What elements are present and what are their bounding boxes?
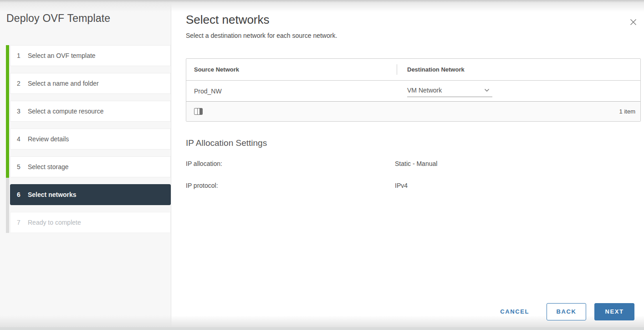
step-number: 7 (17, 219, 27, 226)
cancel-button[interactable]: CANCEL (496, 308, 534, 315)
next-button[interactable]: NEXT (594, 303, 634, 320)
ip-protocol-label: IP protocol: (186, 182, 218, 189)
step-number: 6 (17, 191, 27, 198)
step-number: 5 (17, 163, 27, 170)
step-label: Select a name and folder (28, 80, 99, 87)
selected-network-value: VM Network (407, 87, 442, 94)
step-number: 3 (17, 108, 27, 115)
step-number: 4 (17, 135, 27, 143)
step-label: Select networks (28, 191, 77, 198)
wizard-step-review-details[interactable]: 4 Review details (10, 129, 171, 150)
wizard-sidebar: Deploy OVF Template 1 Select an OVF temp… (0, 0, 171, 327)
page-title: Select networks (186, 13, 270, 27)
step-label: Select an OVF template (28, 52, 96, 59)
ip-allocation-heading: IP Allocation Settings (186, 138, 267, 148)
wizard-step-select-networks[interactable]: 6 Select networks (10, 184, 171, 205)
wizard-step-select-name-folder[interactable]: 2 Select a name and folder (10, 73, 171, 94)
table-header-row: Source Network Destination Network (186, 59, 640, 81)
step-label: Select storage (28, 163, 69, 170)
column-header-destination-network[interactable]: Destination Network (397, 66, 465, 73)
page-background-strip (0, 327, 644, 330)
source-network-cell: Prod_NW (186, 88, 397, 95)
wizard-title: Deploy OVF Template (6, 12, 110, 25)
ip-protocol-value: IPv4 (395, 182, 408, 189)
wizard-step-ready-to-complete: 7 Ready to complete (10, 212, 171, 233)
progress-rail-completed (6, 45, 9, 178)
column-header-source-network[interactable]: Source Network (186, 66, 397, 73)
wizard-button-bar: CANCEL BACK NEXT (496, 303, 634, 320)
destination-network-cell: VM Network (397, 85, 492, 97)
close-icon[interactable] (627, 16, 639, 28)
progress-rail-remaining (6, 178, 9, 233)
step-label: Ready to complete (28, 219, 81, 226)
step-number: 2 (17, 80, 27, 87)
page-subtitle: Select a destination network for each so… (186, 32, 337, 39)
ip-allocation-value: Static - Manual (395, 160, 437, 167)
columns-icon[interactable] (194, 108, 203, 115)
wizard-step-select-storage[interactable]: 5 Select storage (10, 156, 171, 177)
table-row: Prod_NW VM Network (186, 81, 640, 101)
network-mapping-table: Source Network Destination Network Prod_… (186, 58, 641, 122)
step-number: 1 (17, 52, 27, 59)
wizard-step-select-compute-resource[interactable]: 3 Select a compute resource (10, 101, 171, 122)
back-button[interactable]: BACK (547, 303, 586, 320)
destination-network-select[interactable]: VM Network (407, 85, 492, 97)
item-count: 1 item (619, 108, 635, 115)
chevron-down-icon (484, 88, 490, 92)
ip-allocation-label: IP allocation: (186, 160, 222, 167)
step-label: Review details (28, 135, 69, 143)
step-label: Select a compute resource (28, 108, 104, 115)
table-footer: 1 item (186, 101, 640, 121)
wizard-step-select-ovf-template[interactable]: 1 Select an OVF template (10, 45, 171, 66)
column-divider (397, 64, 397, 75)
